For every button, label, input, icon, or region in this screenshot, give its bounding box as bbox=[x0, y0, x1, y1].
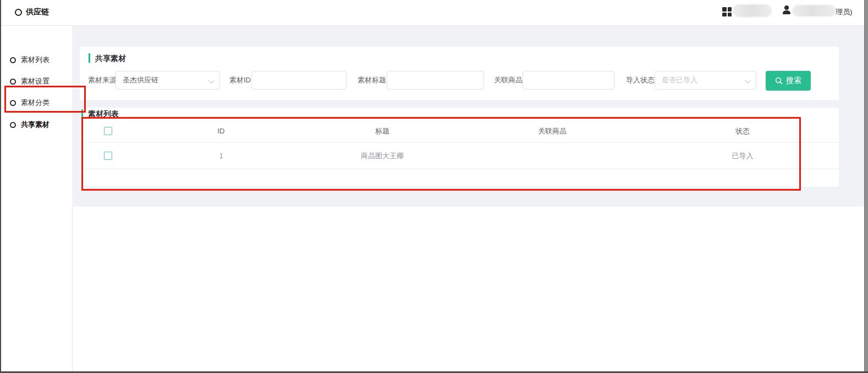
table-header-row: ID 标题 关联商品 状态 bbox=[80, 120, 839, 143]
sidebar-item-material-list[interactable]: 素材列表 bbox=[0, 53, 73, 67]
source-select[interactable]: 圣杰供应链 bbox=[116, 71, 220, 90]
materials-table: ID 标题 关联商品 状态 1 商品图大王椰 已导入 bbox=[80, 120, 839, 169]
filter-row: 素材来源 圣杰供应链 素材ID 素材标题 关联商品 导入状态 是否已导入 搜索 bbox=[80, 71, 839, 90]
cell-title: 商品图大王椰 bbox=[306, 143, 458, 169]
sidebar-item-shared-materials[interactable]: 共享素材 bbox=[0, 118, 73, 132]
circle-icon bbox=[10, 122, 16, 128]
app-title: 供应链 bbox=[26, 7, 49, 17]
material-title-input[interactable] bbox=[387, 71, 484, 90]
section-accent-bar bbox=[89, 53, 90, 63]
sidebar-item-label: 素材分类 bbox=[21, 98, 50, 108]
cell-id: 1 bbox=[136, 143, 306, 169]
window-left-edge bbox=[0, 0, 1, 373]
source-label: 素材来源 bbox=[88, 71, 117, 90]
related-product-input[interactable] bbox=[523, 71, 614, 90]
related-product-label: 关联商品 bbox=[494, 71, 523, 90]
sidebar-item-material-category[interactable]: 素材分类 bbox=[0, 96, 73, 110]
sidebar-item-material-settings[interactable]: 素材设置 bbox=[0, 74, 73, 88]
import-status-label: 导入状态 bbox=[626, 71, 655, 90]
page-scrollbar[interactable] bbox=[864, 0, 868, 373]
circle-icon bbox=[10, 57, 16, 63]
material-id-input[interactable] bbox=[251, 71, 347, 90]
table-row: 1 商品图大王椰 已导入 bbox=[80, 143, 839, 169]
header-checkbox-cell bbox=[80, 120, 136, 142]
column-header-related-product: 关联商品 bbox=[458, 120, 646, 142]
shared-materials-filter-card: 共享素材 素材来源 圣杰供应链 素材ID 素材标题 关联商品 导入状态 是否已导… bbox=[80, 47, 839, 100]
sidebar-item-label: 素材列表 bbox=[21, 55, 50, 65]
apps-grid-icon[interactable] bbox=[722, 7, 732, 16]
column-header-title: 标题 bbox=[306, 120, 458, 142]
section-accent-bar bbox=[81, 109, 83, 118]
column-header-id: ID bbox=[136, 120, 306, 142]
filter-section-title: 共享素材 bbox=[95, 54, 126, 64]
row-checkbox-cell bbox=[80, 143, 136, 169]
search-button-label: 搜索 bbox=[786, 76, 801, 86]
column-header-status: 状态 bbox=[646, 120, 839, 142]
search-button[interactable]: 搜索 bbox=[766, 71, 811, 91]
cell-related-product bbox=[458, 143, 646, 169]
import-status-placeholder: 是否已导入 bbox=[662, 75, 740, 85]
import-status-select[interactable]: 是否已导入 bbox=[655, 71, 756, 90]
user-avatar-icon[interactable] bbox=[783, 5, 790, 14]
user-role-suffix: 理员) bbox=[836, 7, 852, 17]
sidebar-item-label: 素材设置 bbox=[21, 76, 50, 86]
circle-icon bbox=[10, 100, 16, 106]
logo-circle-icon bbox=[15, 9, 22, 16]
chevron-down-icon bbox=[209, 79, 213, 83]
app-logo: 供应链 bbox=[15, 7, 49, 17]
circle-icon bbox=[10, 79, 16, 85]
row-checkbox[interactable] bbox=[104, 152, 112, 160]
select-all-checkbox[interactable] bbox=[104, 127, 112, 135]
material-id-label: 素材ID bbox=[229, 71, 251, 90]
table-section-title: 素材列表 bbox=[88, 109, 119, 119]
redacted-username bbox=[792, 5, 836, 16]
search-icon bbox=[775, 77, 783, 85]
sidebar-item-label: 共享素材 bbox=[21, 120, 50, 130]
material-title-label: 素材标题 bbox=[358, 71, 386, 90]
source-select-value: 圣杰供应链 bbox=[123, 75, 204, 85]
sidebar: 素材列表 素材设置 素材分类 共享素材 bbox=[0, 26, 73, 373]
redacted-workspace-name bbox=[733, 4, 772, 17]
top-header: 供应链 理员) bbox=[0, 0, 864, 26]
cell-status: 已导入 bbox=[646, 143, 839, 169]
chevron-down-icon bbox=[745, 79, 750, 83]
material-list-card: 素材列表 ID 标题 关联商品 状态 1 商品图大王椰 已导入 bbox=[80, 108, 839, 187]
